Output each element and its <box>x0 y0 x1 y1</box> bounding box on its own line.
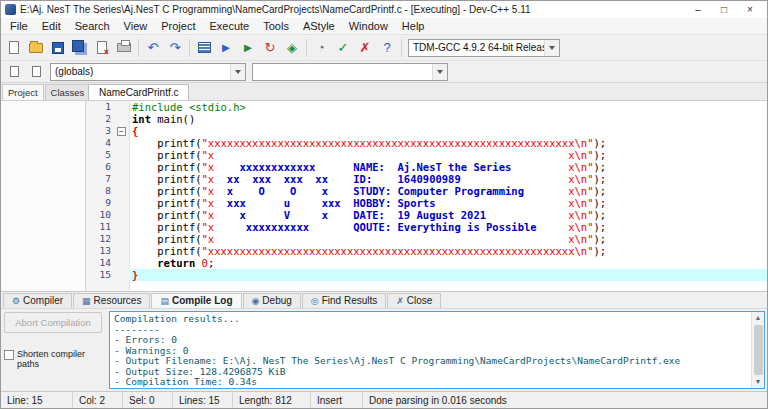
maximize-icon[interactable]: □ <box>711 4 737 15</box>
new-file-button[interactable] <box>3 37 25 59</box>
code-line[interactable]: 1#include <stdio.h> <box>86 101 767 113</box>
menu-execute[interactable]: Execute <box>202 19 256 33</box>
code-line[interactable]: 4 printf("xxxxxxxxxxxxxxxxxxxxxxxxxxxxxx… <box>86 137 767 149</box>
code-text: printf("x x V x DATE: 19 August 2021 x\n… <box>129 209 767 221</box>
redo-button[interactable]: ↷ <box>164 37 186 59</box>
code-line[interactable]: 3−{ <box>86 125 767 137</box>
close-icon[interactable]: × <box>737 4 763 15</box>
scroll-down-icon[interactable]: ▼ <box>752 376 765 388</box>
fold-margin <box>114 233 129 245</box>
compile-run-icon: ► <box>242 41 255 54</box>
code-line[interactable]: 10 printf("x x V x DATE: 19 August 2021 … <box>86 209 767 221</box>
code-line[interactable]: 7 printf("x xx xxx xxx xx ID: 1640900989… <box>86 173 767 185</box>
compile-log-text: Compilation results...--------- Errors: … <box>110 312 751 388</box>
menu-search[interactable]: Search <box>68 19 117 33</box>
scroll-thumb[interactable] <box>754 325 763 375</box>
status-col: Col: 2 <box>73 392 123 408</box>
code-line[interactable]: 5 printf("x x\n"); <box>86 149 767 161</box>
code-text: printf("x xxx u xxx HOBBY: Sports x\n"); <box>129 197 767 209</box>
code-line[interactable]: 2int main() <box>86 113 767 125</box>
code-editor[interactable]: 1#include <stdio.h>2int main()3−{4 print… <box>86 101 767 291</box>
save-button[interactable] <box>47 37 69 59</box>
nav-forward-button[interactable] <box>25 61 47 83</box>
close-file-button[interactable] <box>91 37 113 59</box>
undo-button[interactable]: ↶ <box>142 37 164 59</box>
scroll-up-icon[interactable]: ▲ <box>752 312 765 324</box>
menu-view[interactable]: View <box>117 19 155 33</box>
chevron-down-icon[interactable] <box>432 64 447 80</box>
save-all-button[interactable] <box>69 37 91 59</box>
globals-combobox[interactable]: (globals) <box>50 63 246 81</box>
window-title: E:\Aj. NesT The Series\Aj.NesT C Program… <box>20 4 685 15</box>
line-number: 12 <box>86 233 114 245</box>
tab-classes[interactable]: Classes <box>45 84 91 100</box>
fold-margin <box>114 269 129 281</box>
code-line[interactable]: 14 return 0; <box>86 257 767 269</box>
open-file-icon <box>29 43 43 53</box>
code-line[interactable]: 12 printf("x x\n"); <box>86 233 767 245</box>
status-sel: Sel: 0 <box>123 392 173 408</box>
open-file-button[interactable] <box>25 37 47 59</box>
code-text: printf("xxxxxxxxxxxxxxxxxxxxxxxxxxxxxxxx… <box>129 137 767 149</box>
menu-help[interactable]: Help <box>395 19 432 33</box>
code-line[interactable]: 9 printf("x xxx u xxx HOBBY: Sports x\n"… <box>86 197 767 209</box>
code-line[interactable]: 15} <box>86 269 767 281</box>
toolbar-separator <box>306 39 307 57</box>
nav-back-button[interactable] <box>3 61 25 83</box>
menu-window[interactable]: Window <box>342 19 395 33</box>
bottom-tabs: ⚙Compiler▦Resources▤Compile Log◉Debug◎Fi… <box>1 292 767 309</box>
chevron-down-icon[interactable] <box>230 64 245 80</box>
project-panel[interactable] <box>1 101 86 291</box>
fold-margin <box>114 149 129 161</box>
abort-compilation-button[interactable]: Abort Compilation <box>4 312 102 333</box>
tab-compiler[interactable]: ⚙Compiler <box>3 293 72 308</box>
tab-close[interactable]: ✗Close <box>387 293 441 308</box>
line-number: 6 <box>86 161 114 173</box>
rebuild-button[interactable]: ↻ <box>259 37 281 59</box>
status-line: Line: 15 <box>1 392 73 408</box>
log-scrollbar[interactable]: ▲ ▼ <box>751 312 764 388</box>
compile-run-button[interactable]: ► <box>237 37 259 59</box>
menu-astyle[interactable]: AStyle <box>296 19 342 33</box>
code-area[interactable]: 1#include <stdio.h>2int main()3−{4 print… <box>86 101 767 291</box>
abort-compile-button[interactable]: ✗ <box>354 37 376 59</box>
minimize-icon[interactable]: – <box>685 4 711 15</box>
code-line[interactable]: 8 printf("x x O O x STUDY: Computer Prog… <box>86 185 767 197</box>
compile-controls: Abort Compilation Shorten compiler paths <box>3 311 109 389</box>
menu-bar: FileEditSearchViewProjectExecuteToolsASt… <box>1 18 767 35</box>
chevron-down-icon[interactable] <box>544 40 559 56</box>
tab-project[interactable]: Project <box>2 84 44 100</box>
help-button[interactable]: ? <box>376 37 398 59</box>
compiler-profile-combobox[interactable]: TDM-GCC 4.9.2 64-bit Release <box>408 39 560 57</box>
compile-log-box: Compilation results...--------- Errors: … <box>109 311 765 389</box>
code-line[interactable]: 6 printf("x xxxxxxxxxxxx NAME: Aj.NesT t… <box>86 161 767 173</box>
profile-button[interactable]: ◔ <box>310 37 332 59</box>
menu-file[interactable]: File <box>3 19 35 33</box>
tab-debug[interactable]: ◉Debug <box>243 293 301 308</box>
tabs-row: ProjectClassesDebug NameCardPrintf.c <box>1 83 767 101</box>
compile-button[interactable] <box>193 37 215 59</box>
profile-icon: ◔ <box>317 41 325 54</box>
tab-namecardprintf[interactable]: NameCardPrintf.c <box>88 84 189 100</box>
compile-log-panel: Abort Compilation Shorten compiler paths… <box>1 309 767 391</box>
debug-button[interactable]: ◈ <box>281 37 303 59</box>
run-button[interactable]: ► <box>215 37 237 59</box>
fold-margin <box>114 221 129 233</box>
status-insert-mode: Insert <box>311 392 363 408</box>
menu-project[interactable]: Project <box>154 19 202 33</box>
tab-resources[interactable]: ▦Resources <box>73 293 150 308</box>
menu-tools[interactable]: Tools <box>256 19 296 33</box>
menu-edit[interactable]: Edit <box>35 19 68 33</box>
syntax-check-button[interactable]: ✓ <box>332 37 354 59</box>
code-line[interactable]: 11 printf("x xxxxxxxxxx QOUTE: Everythin… <box>86 221 767 233</box>
members-combobox[interactable] <box>252 63 448 81</box>
fold-margin <box>114 197 129 209</box>
tab-compile-log[interactable]: ▤Compile Log <box>151 293 241 308</box>
fold-collapse-icon[interactable]: − <box>117 127 126 136</box>
code-line[interactable]: 13 printf("xxxxxxxxxxxxxxxxxxxxxxxxxxxxx… <box>86 245 767 257</box>
tab-compile-log-icon: ▤ <box>160 296 169 306</box>
shorten-paths-checkbox[interactable] <box>4 350 14 360</box>
shorten-paths-row[interactable]: Shorten compiler paths <box>4 349 105 369</box>
print-button[interactable] <box>113 37 135 59</box>
tab-find-results[interactable]: ◎Find Results <box>302 293 386 308</box>
